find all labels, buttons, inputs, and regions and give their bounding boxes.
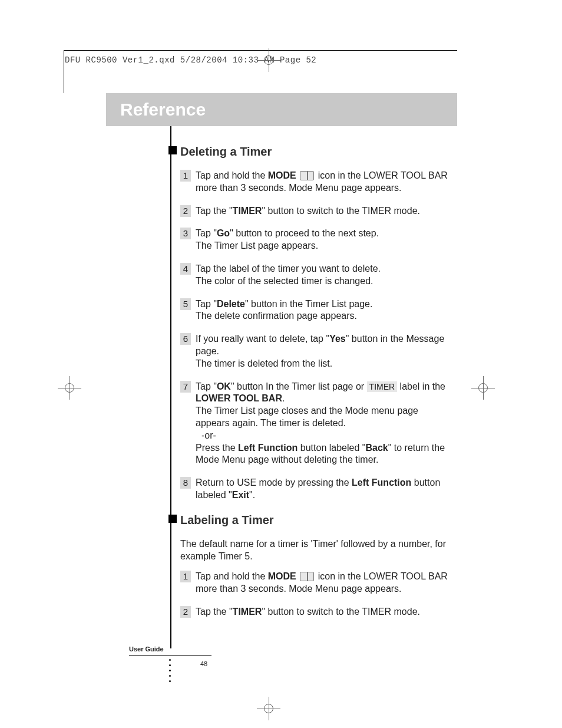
step-number: 3 [180,228,191,239]
step-text: Press the [196,443,238,453]
left-function-label: Left Function [238,443,297,453]
step-number: 4 [180,263,191,275]
section-intro: The default name for a timer is 'Timer' … [180,538,451,563]
step-text: " button in the Timer List page. [245,299,372,309]
lower-tool-bar-label: LOWER TOOL BAR [196,393,282,403]
section-heading-deleting: Deleting a Timer [180,144,451,159]
step-text: button labeled " [297,443,365,453]
chapter-title-bar: Reference [106,93,457,126]
step-7: 7 Tap "OK" button In the Timer list page… [180,381,451,467]
step-text: The color of the selected timer is chang… [196,276,373,286]
timer-label: TIMER [233,607,262,617]
chapter-title: Reference [120,100,206,120]
step-text: label in the [397,381,445,391]
timer-badge: TIMER [367,381,398,392]
registration-mark-icon [471,376,495,400]
step-text: The timer is deleted from the list. [196,358,332,368]
step-number: 2 [180,606,191,618]
step-text: Tap " [196,381,217,391]
step-number: 2 [180,205,191,217]
footer-user-guide: User Guide [129,645,164,653]
left-function-label: Left Function [352,477,411,487]
mode-label: MODE [268,170,296,180]
footer-dots [169,659,171,682]
go-label: Go [217,228,230,238]
delete-label: Delete [217,299,245,309]
label-step-2: 2 Tap the "TIMER" button to switch to th… [180,606,451,618]
step-number: 7 [180,381,191,393]
crop-frame-left [64,50,64,93]
step-text: Tap the " [196,206,233,216]
step-1: 1 Tap and hold the MODE icon in the LOWE… [180,170,451,195]
ok-label: OK [217,381,231,391]
mode-icon [300,572,314,581]
page-number: 48 [200,660,207,667]
step-text: Tap and hold the [196,170,268,180]
step-text: " button to switch to the TIMER mode. [262,607,420,617]
registration-mark-icon [58,376,81,400]
step-text: The delete confirmation page appears. [196,311,357,321]
timer-label: TIMER [233,206,262,216]
step-text: ". [249,490,255,500]
step-number: 1 [180,571,191,582]
yes-label: Yes [329,334,346,344]
main-content: Deleting a Timer 1 Tap and hold the MODE… [174,144,451,629]
label-step-1: 1 Tap and hold the MODE icon in the LOWE… [180,571,451,595]
section-heading-labeling: Labeling a Timer [180,512,451,528]
step-2: 2 Tap the "TIMER" button to switch to th… [180,205,451,218]
step-text: Tap " [196,299,217,309]
mode-icon [300,171,314,180]
mode-label: MODE [268,571,296,581]
step-text: Return to USE mode by pressing the [196,477,352,487]
step-text: " button to proceed to the next step. [230,228,379,238]
footer-rule [129,655,211,656]
step-text: Tap the " [196,607,233,617]
step-number: 1 [180,170,191,182]
registration-mark-icon [257,48,280,72]
or-text: -or- [201,430,216,440]
step-text: . [282,393,285,403]
step-text: Tap " [196,228,217,238]
vertical-rule [170,126,171,648]
step-text: Tap the label of the timer you want to d… [196,263,381,274]
step-4: 4 Tap the label of the timer you want to… [180,263,451,288]
step-number: 6 [180,333,191,345]
back-label: Back [365,443,388,453]
registration-mark-icon [257,697,280,720]
step-text: Tap and hold the [196,571,268,581]
step-text: The Timer List page appears. [196,241,318,251]
step-6: 6 If you really want to delete, tap "Yes… [180,333,451,370]
step-number: 5 [180,298,191,310]
step-text: If you really want to delete, tap " [196,334,329,344]
step-5: 5 Tap "Delete" button in the Timer List … [180,298,451,323]
step-text: " button In the Timer list page or [231,381,367,391]
step-8: 8 Return to USE mode by pressing the Lef… [180,477,451,502]
step-number: 8 [180,477,191,489]
step-3: 3 Tap "Go" button to proceed to the next… [180,228,451,252]
step-text: The Timer List page closes and the Mode … [196,406,418,428]
exit-label: Exit [232,490,249,500]
step-text: " button to switch to the TIMER mode. [262,206,420,216]
